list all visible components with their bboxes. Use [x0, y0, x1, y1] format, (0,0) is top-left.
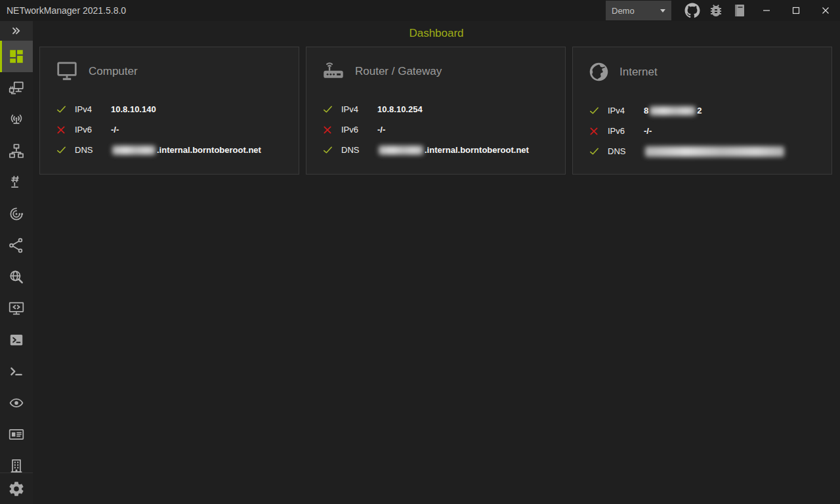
- sidebar-item-remote-desktop[interactable]: [0, 293, 33, 324]
- value-text: -/-: [644, 126, 652, 136]
- row-label: IPv6: [75, 125, 111, 135]
- sidebar-item-discovery-protocol[interactable]: [0, 387, 33, 419]
- sidebar-items: [0, 41, 33, 482]
- status-cell: [589, 105, 608, 116]
- redacted-value: [379, 146, 423, 155]
- row-value: -/-: [377, 125, 385, 135]
- sidebar-item-putty[interactable]: [0, 356, 33, 387]
- router-gateway-ipv4-row: IPv410.8.10.254: [322, 99, 565, 119]
- sidebar-item-ping-monitor[interactable]: [0, 198, 33, 230]
- sidebar-item-settings[interactable]: [0, 472, 33, 504]
- computer-ipv4-row: IPv410.8.10.140: [56, 99, 299, 119]
- ping-monitor-icon: [8, 205, 25, 222]
- chevron-double-right-icon: [10, 24, 23, 37]
- sidebar-item-subnet-calculator[interactable]: [0, 419, 33, 450]
- check-icon: [322, 104, 333, 115]
- check-icon: [589, 105, 600, 116]
- chevron-down-icon: [660, 9, 665, 12]
- check-icon: [589, 146, 600, 157]
- status-cell: [322, 144, 341, 156]
- value-text: .internal.borntoberoot.net: [425, 145, 529, 155]
- card-header: Computer: [55, 61, 299, 81]
- sidebar-item-ip-scanner[interactable]: [0, 135, 33, 167]
- row-label: IPv4: [608, 106, 644, 116]
- sidebar-item-powershell[interactable]: [0, 324, 33, 356]
- row-value: .internal.borntoberoot.net: [377, 145, 529, 155]
- traceroute-icon: [8, 237, 25, 254]
- close-icon: [822, 7, 830, 14]
- row-value: .internal.borntoberoot.net: [111, 145, 261, 155]
- sidebar-item-traceroute[interactable]: [0, 230, 33, 261]
- value-text: 10.8.10.254: [377, 104, 423, 114]
- internet-dns-row: DNS: [589, 141, 831, 161]
- card-internet: InternetIPv482IPv6-/-DNS: [572, 47, 832, 175]
- status-cell: [589, 126, 608, 136]
- report-bug-button[interactable]: [704, 0, 728, 21]
- value-text: 2: [697, 106, 702, 116]
- book-icon: [732, 3, 747, 18]
- profile-select[interactable]: Demo: [606, 1, 671, 20]
- cross-icon: [322, 125, 333, 135]
- minimize-button[interactable]: [751, 0, 781, 21]
- computer-ipv6-row: IPv6-/-: [56, 119, 299, 140]
- dns-lookup-icon: [8, 268, 25, 285]
- redacted-value: [645, 146, 784, 157]
- row-label: IPv4: [341, 104, 377, 114]
- check-icon: [56, 144, 67, 156]
- row-label: DNS: [75, 145, 111, 155]
- window-title: NETworkManager 2021.5.8.0: [7, 5, 126, 16]
- card-rows: IPv482IPv6-/-DNS: [589, 100, 831, 161]
- wifi-icon: [8, 111, 25, 128]
- globe-icon: [588, 61, 610, 83]
- status-cell: [56, 144, 75, 156]
- row-label: IPv6: [608, 126, 644, 136]
- github-button[interactable]: [681, 0, 704, 21]
- check-icon: [56, 104, 67, 115]
- row-value: 82: [644, 106, 702, 116]
- card-router-gateway: Router / GatewayIPv410.8.10.254IPv6-/-DN…: [306, 47, 566, 175]
- card-rows: IPv410.8.10.140IPv6-/-DNS.internal.bornt…: [56, 99, 299, 160]
- redacted-value: [650, 106, 696, 116]
- dashboard-icon: [8, 48, 25, 65]
- window-buttons: [751, 0, 840, 21]
- status-cell: [56, 104, 75, 115]
- terminal-icon: [8, 363, 25, 380]
- close-button[interactable]: [810, 0, 840, 21]
- page-title: Dashboard: [409, 27, 463, 40]
- titlebar: NETworkManager 2021.5.8.0 Demo: [0, 0, 840, 21]
- sidebar-item-port-scanner[interactable]: [0, 167, 33, 198]
- sidebar: [0, 21, 33, 504]
- row-value: -/-: [644, 126, 652, 136]
- status-cell: [322, 104, 341, 115]
- status-cell: [589, 146, 608, 157]
- sidebar-item-wifi[interactable]: [0, 104, 33, 135]
- expand-sidebar-button[interactable]: [0, 21, 33, 41]
- redacted-value: [112, 146, 156, 155]
- documentation-button[interactable]: [728, 0, 751, 21]
- maximize-button[interactable]: [781, 0, 810, 21]
- row-label: DNS: [608, 146, 644, 156]
- card-title: Computer: [89, 65, 138, 78]
- card-computer: ComputerIPv410.8.10.140IPv6-/-DNS.intern…: [39, 47, 299, 175]
- row-label: IPv6: [341, 125, 377, 135]
- value-text: 10.8.10.140: [111, 104, 156, 114]
- github-icon: [684, 3, 700, 18]
- check-icon: [322, 144, 333, 156]
- titlebar-buttons: [681, 0, 751, 21]
- dashboard-cards: ComputerIPv410.8.10.140IPv6-/-DNS.intern…: [39, 47, 832, 175]
- card-header: Router / Gateway: [322, 61, 565, 81]
- bug-icon: [708, 3, 724, 18]
- value-text: -/-: [111, 125, 119, 135]
- sidebar-item-dns-lookup[interactable]: [0, 261, 33, 293]
- row-value: [644, 146, 786, 157]
- row-label: DNS: [341, 145, 377, 155]
- sidebar-item-dashboard[interactable]: [0, 41, 33, 72]
- row-value: -/-: [111, 125, 119, 135]
- profile-select-value: Demo: [612, 6, 635, 16]
- remote-desktop-icon: [8, 300, 25, 317]
- sidebar-item-network-interface[interactable]: [0, 72, 33, 104]
- value-text: -/-: [377, 125, 385, 135]
- value-text: 8: [644, 106, 648, 116]
- internet-ipv6-row: IPv6-/-: [589, 121, 831, 141]
- main-content: Dashboard ComputerIPv410.8.10.140IPv6-/-…: [33, 21, 840, 504]
